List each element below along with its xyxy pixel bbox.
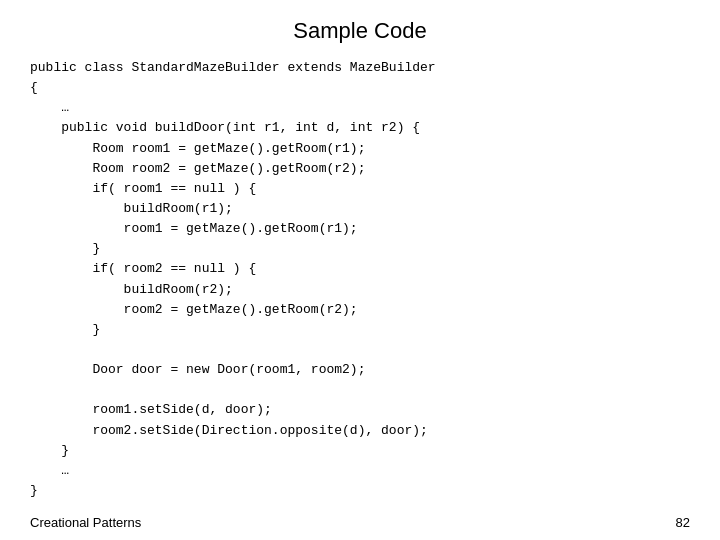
slide: Sample Code public class StandardMazeBui… (0, 0, 720, 540)
footer: Creational Patterns 82 (0, 507, 720, 540)
slide-title: Sample Code (0, 0, 720, 58)
footer-right: 82 (676, 515, 690, 530)
code-block: public class StandardMazeBuilder extends… (0, 58, 720, 507)
footer-left: Creational Patterns (30, 515, 141, 530)
